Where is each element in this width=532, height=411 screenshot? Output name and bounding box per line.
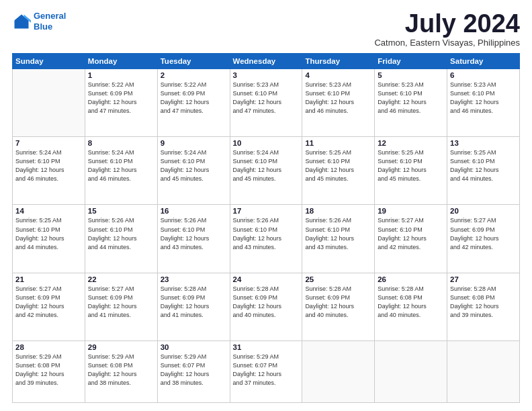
header-tuesday: Tuesday [157, 54, 230, 69]
table-row: 5Sunrise: 5:23 AM Sunset: 6:10 PM Daylig… [375, 69, 447, 137]
day-number: 22 [88, 275, 154, 283]
day-number: 19 [378, 207, 444, 215]
day-number: 2 [161, 71, 227, 79]
day-info: Sunrise: 5:23 AM Sunset: 6:10 PM Dayligh… [378, 81, 444, 116]
day-info: Sunrise: 5:26 AM Sunset: 6:10 PM Dayligh… [305, 216, 371, 251]
day-info: Sunrise: 5:24 AM Sunset: 6:10 PM Dayligh… [15, 148, 82, 183]
day-number: 11 [305, 139, 371, 147]
day-info: Sunrise: 5:29 AM Sunset: 6:07 PM Dayligh… [233, 353, 300, 387]
logo-text: General Blue [34, 11, 66, 32]
day-info: Sunrise: 5:27 AM Sunset: 6:09 PM Dayligh… [15, 285, 82, 320]
day-info: Sunrise: 5:24 AM Sunset: 6:10 PM Dayligh… [161, 148, 227, 183]
day-info: Sunrise: 5:25 AM Sunset: 6:10 PM Dayligh… [15, 216, 82, 251]
day-info: Sunrise: 5:23 AM Sunset: 6:10 PM Dayligh… [450, 81, 517, 116]
day-number: 28 [15, 343, 82, 351]
day-number: 13 [450, 139, 517, 147]
header-wednesday: Wednesday [230, 54, 302, 69]
table-row: 31Sunrise: 5:29 AM Sunset: 6:07 PM Dayli… [230, 340, 302, 402]
day-info: Sunrise: 5:25 AM Sunset: 6:10 PM Dayligh… [450, 148, 517, 183]
table-row: 3Sunrise: 5:23 AM Sunset: 6:10 PM Daylig… [230, 69, 302, 137]
day-info: Sunrise: 5:27 AM Sunset: 6:09 PM Dayligh… [450, 216, 517, 251]
table-row: 25Sunrise: 5:28 AM Sunset: 6:09 PM Dayli… [302, 273, 375, 340]
table-row: 13Sunrise: 5:25 AM Sunset: 6:10 PM Dayli… [447, 137, 520, 205]
day-info: Sunrise: 5:27 AM Sunset: 6:10 PM Dayligh… [378, 216, 444, 251]
day-number: 7 [15, 139, 82, 147]
table-row: 4Sunrise: 5:23 AM Sunset: 6:10 PM Daylig… [302, 69, 375, 137]
header-sunday: Sunday [13, 54, 85, 69]
day-number: 14 [15, 207, 82, 215]
day-info: Sunrise: 5:25 AM Sunset: 6:10 PM Dayligh… [378, 148, 444, 183]
table-row: 27Sunrise: 5:28 AM Sunset: 6:08 PM Dayli… [447, 273, 520, 340]
day-number: 26 [378, 275, 444, 283]
table-row: 21Sunrise: 5:27 AM Sunset: 6:09 PM Dayli… [13, 273, 85, 340]
day-number: 3 [233, 71, 300, 79]
day-info: Sunrise: 5:23 AM Sunset: 6:10 PM Dayligh… [233, 81, 300, 116]
title-block: July 2024 Catmon, Eastern Visayas, Phili… [374, 11, 520, 48]
calendar-week-row: 21Sunrise: 5:27 AM Sunset: 6:09 PM Dayli… [13, 273, 520, 340]
day-number: 29 [88, 343, 154, 351]
table-row: 8Sunrise: 5:24 AM Sunset: 6:10 PM Daylig… [85, 137, 157, 205]
table-row: 24Sunrise: 5:28 AM Sunset: 6:09 PM Dayli… [230, 273, 302, 340]
day-number: 8 [88, 139, 154, 147]
day-info: Sunrise: 5:29 AM Sunset: 6:08 PM Dayligh… [15, 353, 82, 387]
day-info: Sunrise: 5:28 AM Sunset: 6:09 PM Dayligh… [161, 285, 227, 320]
day-number: 24 [233, 275, 300, 283]
table-row [447, 340, 520, 402]
table-row: 16Sunrise: 5:26 AM Sunset: 6:10 PM Dayli… [157, 205, 230, 273]
table-row: 17Sunrise: 5:26 AM Sunset: 6:10 PM Dayli… [230, 205, 302, 273]
day-info: Sunrise: 5:25 AM Sunset: 6:10 PM Dayligh… [305, 148, 371, 183]
day-number: 31 [233, 343, 300, 351]
table-row: 6Sunrise: 5:23 AM Sunset: 6:10 PM Daylig… [447, 69, 520, 137]
day-info: Sunrise: 5:26 AM Sunset: 6:10 PM Dayligh… [161, 216, 227, 251]
day-info: Sunrise: 5:22 AM Sunset: 6:09 PM Dayligh… [161, 81, 227, 116]
table-row: 15Sunrise: 5:26 AM Sunset: 6:10 PM Dayli… [85, 205, 157, 273]
day-number: 25 [305, 275, 371, 283]
day-info: Sunrise: 5:28 AM Sunset: 6:08 PM Dayligh… [378, 285, 444, 320]
table-row: 20Sunrise: 5:27 AM Sunset: 6:09 PM Dayli… [447, 205, 520, 273]
table-row [302, 340, 375, 402]
table-row: 12Sunrise: 5:25 AM Sunset: 6:10 PM Dayli… [375, 137, 447, 205]
calendar-week-row: 7Sunrise: 5:24 AM Sunset: 6:10 PM Daylig… [13, 137, 520, 205]
subtitle: Catmon, Eastern Visayas, Philippines [374, 38, 520, 48]
table-row: 29Sunrise: 5:29 AM Sunset: 6:08 PM Dayli… [85, 340, 157, 402]
header: General Blue July 2024 Catmon, Eastern V… [12, 11, 520, 48]
svg-marker-0 [15, 14, 29, 28]
day-info: Sunrise: 5:28 AM Sunset: 6:08 PM Dayligh… [450, 285, 517, 320]
day-number: 20 [450, 207, 517, 215]
calendar-week-row: 14Sunrise: 5:25 AM Sunset: 6:10 PM Dayli… [13, 205, 520, 273]
day-number: 27 [450, 275, 517, 283]
logo: General Blue [12, 11, 66, 32]
day-number: 30 [161, 343, 227, 351]
table-row: 1Sunrise: 5:22 AM Sunset: 6:09 PM Daylig… [85, 69, 157, 137]
day-info: Sunrise: 5:22 AM Sunset: 6:09 PM Dayligh… [88, 81, 154, 116]
table-row: 28Sunrise: 5:29 AM Sunset: 6:08 PM Dayli… [13, 340, 85, 402]
header-friday: Friday [375, 54, 447, 69]
header-thursday: Thursday [302, 54, 375, 69]
calendar-header-row: Sunday Monday Tuesday Wednesday Thursday… [13, 54, 520, 69]
table-row: 11Sunrise: 5:25 AM Sunset: 6:10 PM Dayli… [302, 137, 375, 205]
calendar-week-row: 1Sunrise: 5:22 AM Sunset: 6:09 PM Daylig… [13, 69, 520, 137]
day-number: 1 [88, 71, 154, 79]
day-info: Sunrise: 5:29 AM Sunset: 6:07 PM Dayligh… [161, 353, 227, 387]
day-info: Sunrise: 5:29 AM Sunset: 6:08 PM Dayligh… [88, 353, 154, 387]
table-row: 7Sunrise: 5:24 AM Sunset: 6:10 PM Daylig… [13, 137, 85, 205]
table-row: 10Sunrise: 5:24 AM Sunset: 6:10 PM Dayli… [230, 137, 302, 205]
day-info: Sunrise: 5:23 AM Sunset: 6:10 PM Dayligh… [305, 81, 371, 116]
day-number: 6 [450, 71, 517, 79]
table-row [375, 340, 447, 402]
day-info: Sunrise: 5:24 AM Sunset: 6:10 PM Dayligh… [233, 148, 300, 183]
day-number: 5 [378, 71, 444, 79]
calendar-table: Sunday Monday Tuesday Wednesday Thursday… [12, 53, 520, 403]
day-info: Sunrise: 5:26 AM Sunset: 6:10 PM Dayligh… [88, 216, 154, 251]
day-info: Sunrise: 5:28 AM Sunset: 6:09 PM Dayligh… [233, 285, 300, 320]
month-title: July 2024 [374, 11, 520, 36]
header-saturday: Saturday [447, 54, 520, 69]
day-number: 4 [305, 71, 371, 79]
day-number: 16 [161, 207, 227, 215]
day-info: Sunrise: 5:26 AM Sunset: 6:10 PM Dayligh… [233, 216, 300, 251]
day-number: 10 [233, 139, 300, 147]
day-number: 18 [305, 207, 371, 215]
table-row: 23Sunrise: 5:28 AM Sunset: 6:09 PM Dayli… [157, 273, 230, 340]
table-row: 19Sunrise: 5:27 AM Sunset: 6:10 PM Dayli… [375, 205, 447, 273]
day-number: 15 [88, 207, 154, 215]
